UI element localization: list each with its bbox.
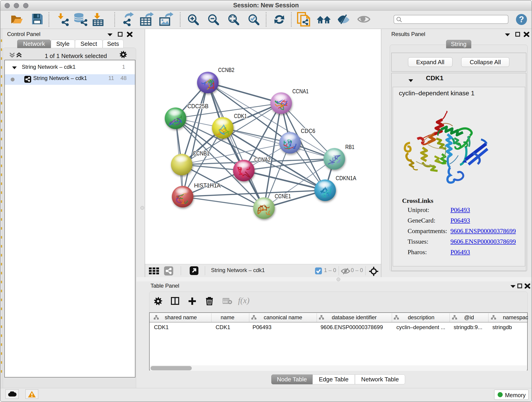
svg-text:CCNB2: CCNB2	[218, 66, 234, 73]
svg-text:CDK1: CDK1	[234, 113, 247, 119]
svg-text:CCNA2: CCNA2	[254, 156, 271, 163]
svg-text:HIST1H1A: HIST1H1A	[194, 182, 221, 189]
svg-text:CDC6: CDC6	[301, 128, 315, 134]
svg-text:CDC25B: CDC25B	[187, 103, 209, 109]
svg-text:CCNB1: CCNB1	[193, 150, 210, 157]
svg-text:?: ?	[519, 15, 524, 24]
svg-text:CDKN1A: CDKN1A	[336, 175, 356, 182]
svg-text:CCNA1: CCNA1	[292, 88, 309, 95]
svg-text:RB1: RB1	[345, 143, 355, 150]
svg-text:CCNE1: CCNE1	[275, 193, 291, 200]
